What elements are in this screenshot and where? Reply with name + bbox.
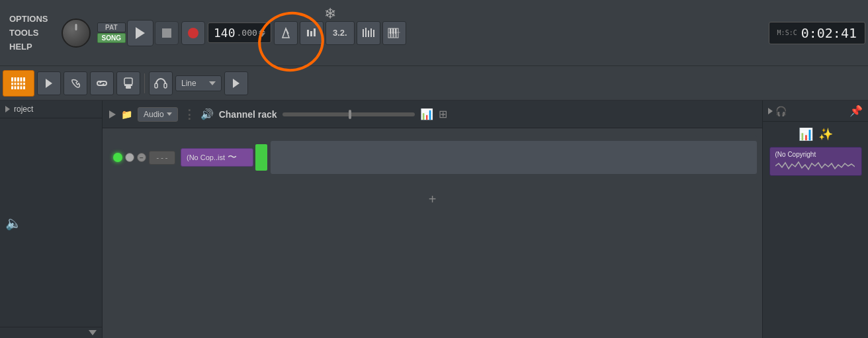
metronome-button[interactable] — [274, 21, 298, 45]
sidebar-header: roject — [0, 101, 102, 118]
transport-row-1: PAT SONG — [97, 20, 179, 46]
stamp-button[interactable] — [116, 71, 140, 95]
track-name-button[interactable]: --- — [149, 151, 175, 165]
snowflake-icon: ❄ — [324, 5, 336, 22]
second-toolbar: Line — [0, 66, 868, 101]
pat-button[interactable]: PAT — [97, 22, 126, 32]
svg-rect-3 — [314, 28, 316, 36]
left-sidebar: roject 🔈 — [0, 101, 103, 338]
right-panel: 🎧 📌 📊 ✨ (No Copyright — [762, 101, 868, 338]
sidebar-speaker-icon: 🔈 — [5, 215, 22, 231]
bar-chart-icon[interactable]: 📊 — [420, 108, 433, 120]
step-sequencer-button[interactable] — [300, 21, 324, 45]
track-timeline[interactable] — [271, 141, 757, 174]
arrow-right-button[interactable] — [37, 71, 61, 95]
table-row: − --- (No Cop..ist 〜 — [108, 135, 757, 180]
track-enable-led[interactable] — [113, 153, 122, 162]
transport-icons: 3.2. — [274, 21, 406, 45]
song-button[interactable]: SONG — [97, 33, 126, 43]
track-mute-led[interactable]: − — [137, 153, 146, 162]
sidebar-collapse-arrow[interactable] — [5, 106, 10, 112]
transport-section: PAT SONG — [97, 0, 179, 65]
headphone-button[interactable] — [149, 71, 173, 95]
help-menu[interactable]: HELP — [8, 41, 50, 52]
record-icon — [188, 28, 198, 38]
track-mini-block[interactable] — [255, 144, 267, 171]
right-pin-icon[interactable]: 📌 — [849, 105, 863, 117]
metronome-icon — [280, 27, 292, 39]
waveform-icon: 〜 — [228, 151, 237, 163]
svg-rect-12 — [396, 28, 398, 38]
svg-rect-4 — [363, 29, 364, 37]
bpm-up-arrow[interactable] — [259, 28, 265, 32]
bpm-arrows — [259, 28, 265, 37]
pattern-counter-button[interactable]: 3.2. — [326, 21, 355, 45]
stop-button[interactable] — [155, 21, 179, 45]
menu-bar: OPTIONS TOOLS HELP — [3, 0, 55, 65]
tools-menu[interactable]: TOOLS — [8, 27, 50, 38]
bpm-decimal: .000 — [236, 28, 257, 38]
pat-song-group: PAT SONG — [97, 22, 126, 43]
stop-icon — [162, 28, 171, 38]
mixer-button[interactable] — [3, 70, 34, 97]
track-clip-label: (No Cop..ist — [187, 153, 225, 161]
top-toolbar: OPTIONS TOOLS HELP PAT SONG — [0, 0, 868, 66]
step-seq-icon — [306, 27, 318, 39]
right-wand-icon[interactable]: ✨ — [818, 127, 833, 142]
channel-separator: ⋮ — [183, 107, 195, 122]
time-label: M:S:C — [777, 29, 797, 36]
right-play-icon[interactable] — [768, 108, 773, 114]
svg-rect-21 — [23, 77, 25, 89]
svg-rect-1 — [307, 30, 309, 36]
audio-dropdown[interactable]: Audio — [138, 107, 178, 122]
right-headphone-icon[interactable]: 🎧 — [775, 106, 787, 116]
grid-icon[interactable]: ⊞ — [439, 108, 447, 120]
copyright-clip[interactable]: (No Copyright — [769, 147, 862, 176]
master-volume-knob[interactable] — [62, 19, 91, 48]
line-dropdown-arrow-icon — [209, 81, 216, 85]
channel-play-button[interactable] — [109, 110, 116, 118]
svg-rect-25 — [126, 86, 131, 89]
options-menu[interactable]: OPTIONS — [8, 13, 50, 24]
track-solo-led[interactable] — [125, 153, 134, 162]
svg-rect-8 — [373, 30, 374, 37]
plugin-icon — [69, 77, 81, 89]
svg-rect-17 — [11, 77, 13, 89]
tracks-container: − --- (No Cop..ist 〜 + — [103, 128, 762, 338]
channel-volume-slider[interactable] — [282, 112, 415, 116]
copyright-waveform — [775, 159, 855, 173]
main-content: roject 🔈 📁 Audio ⋮ 🔊 Channel — [0, 101, 868, 338]
piano-roll-button[interactable] — [382, 21, 406, 45]
sidebar-bottom — [0, 327, 102, 338]
volume-thumb — [349, 110, 351, 119]
svg-rect-7 — [370, 28, 372, 37]
bpm-value: 140 — [214, 26, 236, 40]
play-button[interactable] — [127, 20, 153, 46]
channel-area: 📁 Audio ⋮ 🔊 Channel rack 📊 ⊞ — [103, 101, 762, 338]
link-button[interactable] — [90, 71, 114, 95]
track-clip-button[interactable]: (No Cop..ist 〜 — [181, 148, 253, 167]
stamp-icon — [122, 77, 134, 90]
headphone-icon — [154, 77, 167, 89]
folder-icon[interactable]: 📁 — [121, 109, 132, 120]
plugin-button[interactable] — [64, 71, 87, 95]
bpm-down-arrow[interactable] — [259, 33, 265, 37]
svg-rect-26 — [124, 85, 132, 86]
svg-rect-14 — [392, 28, 394, 34]
add-track-button[interactable]: + — [421, 189, 445, 210]
add-track-section: + — [103, 181, 762, 218]
mixer-eq-button[interactable] — [357, 21, 380, 45]
svg-rect-27 — [155, 83, 157, 88]
channel-speaker-icon: 🔊 — [200, 108, 214, 120]
sidebar-body: 🔈 — [0, 118, 102, 327]
arrow-right-2-button[interactable] — [224, 71, 248, 95]
record-button[interactable] — [181, 21, 205, 45]
svg-rect-5 — [365, 28, 367, 37]
piano-roll-icon — [388, 27, 401, 39]
sidebar-title: roject — [14, 105, 33, 114]
arrow-right-icon — [46, 79, 52, 88]
sidebar-down-arrow-icon[interactable] — [89, 330, 97, 335]
line-dropdown[interactable]: Line — [175, 75, 222, 91]
svg-rect-2 — [310, 31, 312, 36]
right-icon-row-1: 📊 ✨ — [799, 127, 833, 142]
